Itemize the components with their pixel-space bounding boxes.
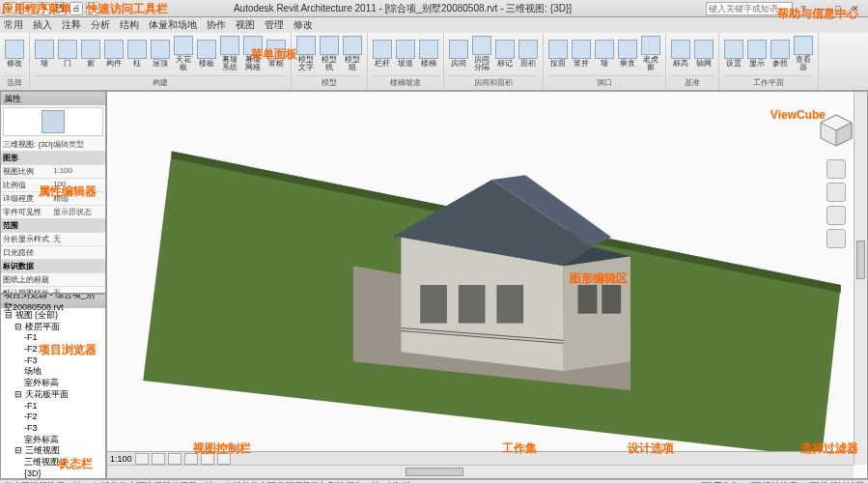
props-row[interactable]: 图纸上的标题: [1, 273, 105, 287]
tree-node[interactable]: 室外标高: [5, 378, 101, 389]
tab-massing[interactable]: 体量和场地: [149, 18, 197, 32]
ribbon-tool-墙[interactable]: 墙: [34, 35, 55, 71]
graphics-area[interactable]: 1:100: [106, 91, 868, 479]
tree-node[interactable]: ⊟ 楼层平面: [5, 322, 101, 333]
tree-node[interactable]: -F3: [5, 423, 101, 435]
ribbon-tool-楼板[interactable]: 楼板: [196, 35, 217, 71]
qat-redo[interactable]: ↷: [37, 2, 50, 15]
ribbon-tool-标高[interactable]: 标高: [670, 35, 691, 71]
ribbon-tool-垂直[interactable]: 垂直: [617, 35, 638, 71]
scrollbar-horizontal[interactable]: [107, 465, 854, 478]
props-group-header[interactable]: 标识数据: [1, 260, 105, 273]
nav-zoom-button[interactable]: [826, 206, 846, 225]
tree-node[interactable]: -F1: [5, 401, 101, 412]
ribbon-tool-查看器[interactable]: 查看器: [793, 35, 814, 71]
props-row[interactable]: 零件可见性显示原状态: [1, 206, 105, 219]
ribbon-tool-修改[interactable]: 修改: [4, 35, 25, 71]
ribbon-tool-模型文字[interactable]: 模型文字: [295, 35, 317, 71]
tree-node[interactable]: ⊟ 三维视图: [5, 445, 101, 457]
ribbon-tool-门[interactable]: 门: [57, 35, 78, 71]
tree-node[interactable]: ⊟ 天花板平面: [5, 389, 101, 401]
ribbon-tool-标记[interactable]: 标记: [494, 35, 516, 71]
ribbon-tool-窗[interactable]: 窗: [80, 35, 101, 71]
tree-node[interactable]: -F3: [5, 355, 101, 367]
shadows-button[interactable]: [184, 453, 198, 465]
tab-analyze[interactable]: 分析: [91, 18, 110, 32]
tab-modify[interactable]: 修改: [294, 18, 313, 32]
props-row[interactable]: 日光路径: [1, 246, 105, 260]
tool-icon: [58, 40, 77, 59]
tree-node[interactable]: -F2: [5, 412, 101, 423]
edit-type-button[interactable]: 编辑类型: [53, 139, 103, 150]
qat-print[interactable]: 🖨: [70, 2, 83, 15]
tree-node[interactable]: 场地: [5, 366, 101, 378]
scroll-thumb-v[interactable]: [856, 241, 865, 279]
ribbon-tool-房间分隔[interactable]: 房间分隔: [471, 35, 492, 71]
tab-insert[interactable]: 插入: [33, 18, 52, 32]
tree-node[interactable]: 室外标高: [5, 435, 101, 446]
nav-pan-button[interactable]: [826, 183, 846, 202]
ribbon-tool-设置[interactable]: 设置: [723, 35, 744, 71]
ribbon-tool-参照[interactable]: 参照: [770, 35, 791, 71]
crop-button[interactable]: [201, 453, 214, 465]
props-group-header[interactable]: 范围: [1, 219, 105, 233]
ribbon-tool-老虎窗[interactable]: 老虎窗: [640, 35, 661, 71]
props-row[interactable]: 比例值100: [1, 179, 105, 192]
help-search-input[interactable]: [706, 2, 793, 15]
viewport-canvas[interactable]: [109, 94, 865, 476]
tab-view[interactable]: 视图: [236, 18, 255, 32]
ribbon-tool-坡道[interactable]: 坡道: [395, 35, 416, 71]
ribbon-tool-幕墙网格[interactable]: 幕墙网格: [242, 35, 264, 71]
scrollbar-vertical[interactable]: [854, 92, 867, 465]
ribbon-tool-栏杆[interactable]: 栏杆: [372, 35, 393, 71]
ribbon-tool-竖井[interactable]: 竖井: [571, 35, 592, 71]
ribbon-tool-轴网[interactable]: 轴网: [693, 35, 714, 71]
scroll-thumb-h[interactable]: [406, 468, 463, 476]
props-row[interactable]: 分析显示样式无: [1, 233, 105, 246]
close-button[interactable]: ✕: [847, 2, 864, 15]
minimize-button[interactable]: —: [812, 2, 829, 15]
tab-home[interactable]: 常用: [4, 18, 23, 32]
props-row[interactable]: 视图比例1:100: [1, 165, 105, 179]
ribbon-tool-显示[interactable]: 显示: [746, 35, 768, 71]
tab-structure[interactable]: 结构: [120, 18, 139, 32]
visual-style-button[interactable]: [152, 453, 165, 465]
props-group-header[interactable]: 图形: [1, 152, 105, 165]
view-cube[interactable]: [817, 111, 855, 150]
tab-manage[interactable]: 管理: [265, 18, 284, 32]
view-scale[interactable]: 1:100: [110, 454, 132, 464]
ribbon-tool-柱[interactable]: 柱: [126, 35, 148, 71]
ribbon-tool-面积[interactable]: 面积: [518, 35, 539, 71]
tree-node[interactable]: {3D}: [5, 469, 101, 479]
qat-save[interactable]: 💾: [53, 2, 67, 15]
tree-node[interactable]: 三维视图 1: [5, 457, 101, 469]
tab-annotate[interactable]: 注释: [62, 18, 81, 32]
ribbon-tool-屋顶[interactable]: 屋顶: [150, 35, 171, 71]
ribbon-tool-竖梃[interactable]: 竖梃: [266, 35, 287, 71]
ribbon-tool-模型组[interactable]: 模型组: [342, 35, 363, 71]
tab-collab[interactable]: 协作: [207, 18, 226, 32]
maximize-button[interactable]: □: [829, 2, 847, 15]
type-selector[interactable]: [3, 107, 103, 136]
ribbon-tool-构件[interactable]: 构件: [103, 35, 125, 71]
ribbon-tool-房间[interactable]: 房间: [448, 35, 469, 71]
ribbon-tool-按面[interactable]: 按面: [547, 35, 569, 71]
ribbon-tool-楼梯[interactable]: 楼梯: [418, 35, 439, 71]
props-row[interactable]: 默认视图样板无: [1, 287, 105, 294]
props-row[interactable]: 详细程度精细: [1, 192, 105, 206]
app-menu-button[interactable]: R: [4, 2, 17, 15]
ribbon-tool-天花板[interactable]: 天花板: [173, 35, 194, 71]
hide-isolate-button[interactable]: [217, 453, 231, 465]
help-icon[interactable]: ?: [795, 2, 812, 15]
ribbon-tool-模型线[interactable]: 模型线: [319, 35, 340, 71]
sun-path-button[interactable]: [168, 453, 182, 465]
detail-level-button[interactable]: [135, 453, 149, 465]
tree-node[interactable]: -F1: [5, 332, 101, 344]
qat-undo[interactable]: ↶: [20, 2, 34, 15]
ribbon-tool-墙[interactable]: 墙: [594, 35, 615, 71]
tree-node[interactable]: -F2: [5, 344, 101, 355]
ribbon-tool-幕墙系统[interactable]: 幕墙系统: [219, 35, 240, 71]
nav-orbit-button[interactable]: [826, 229, 846, 248]
nav-wheel-button[interactable]: [826, 159, 846, 179]
qat-cut[interactable]: ✂: [86, 2, 99, 15]
